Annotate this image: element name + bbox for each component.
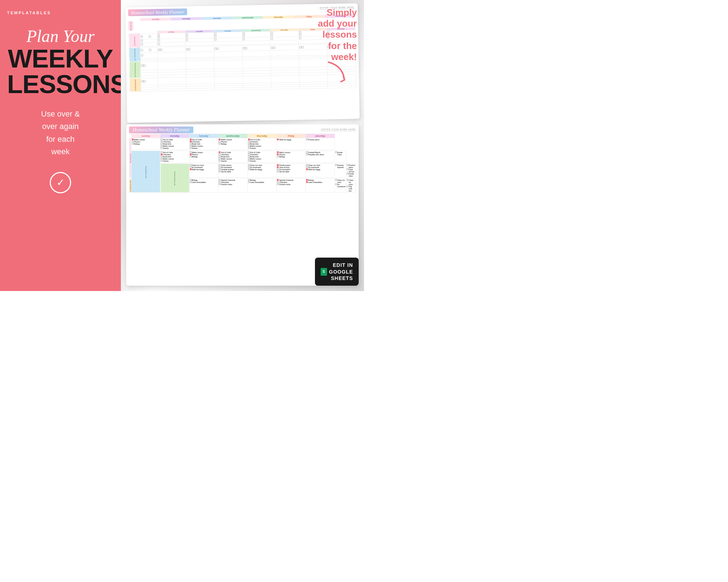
th2-thursday: thursday <box>247 134 277 138</box>
card2-name-placeholder: ENTER YOUR NAME HERE <box>320 128 356 131</box>
day-header-tuesday: tuesday <box>202 16 232 20</box>
th2-saturday: saturday <box>306 134 335 138</box>
day-header-thursday: thursday <box>263 15 294 19</box>
section-label-afterschool: AFTERSCHOOL <box>129 61 141 78</box>
simply-add-text: Simplyadd yourlessonsfor theweek! <box>318 7 357 63</box>
checkmark-icon: ✓ <box>50 172 71 193</box>
section2-afterschool: AFTERSCHOOL <box>160 164 189 193</box>
section2-homework: HOMEWORK <box>129 179 132 193</box>
edit-badge-line1: EDIT IN <box>329 262 353 268</box>
section-label-homework: HOMEWORK <box>129 78 141 92</box>
left-panel: TEMPLATABLES Plan Your WEEKLY LESSONS Us… <box>0 0 121 291</box>
section2-afternoon: AFTERNOON <box>132 151 160 193</box>
day-header-sunday: sunday <box>140 17 171 21</box>
right-panel: Simplyadd yourlessonsfor theweek! Homesc… <box>121 0 364 291</box>
day-header-monday: monday <box>171 17 202 21</box>
section-morning: MORNING <box>128 21 133 31</box>
brand-name: TEMPLATABLES <box>7 11 51 15</box>
day-header-wednesday: wednesday <box>232 16 263 20</box>
th2-monday: monday <box>160 134 189 138</box>
use-over-text: Use over &over againfor eachweek <box>41 108 80 158</box>
edit-badge-line2: GOOGLE <box>329 269 353 275</box>
th2-sunday: sunday <box>132 134 160 138</box>
section-label-morning: MORNING <box>129 34 140 48</box>
th2-tuesday: tuesday <box>189 134 218 138</box>
edit-in-sheets-badge: S EDIT IN GOOGLE SHEETS <box>315 258 359 286</box>
lessons-text: LESSONS <box>7 71 114 97</box>
card1-title: Homeschool Weekly Planner <box>128 9 187 16</box>
card2-table: sunday monday tuesday wednesday thursday… <box>129 134 356 193</box>
plan-your-text: Plan Your <box>7 26 114 46</box>
arrow-icon <box>325 59 350 88</box>
section-label-afternoon: AFTERNOON <box>129 48 141 62</box>
section2-morning: MORNING <box>129 138 132 178</box>
card2-title: Homeschool Weekly Planner <box>129 126 193 133</box>
edit-badge-line3: SHEETS <box>329 275 353 281</box>
th2-wednesday: wednesday <box>218 134 247 138</box>
th2-friday: friday <box>277 134 306 138</box>
weekly-text: WEEKLY <box>7 46 114 71</box>
